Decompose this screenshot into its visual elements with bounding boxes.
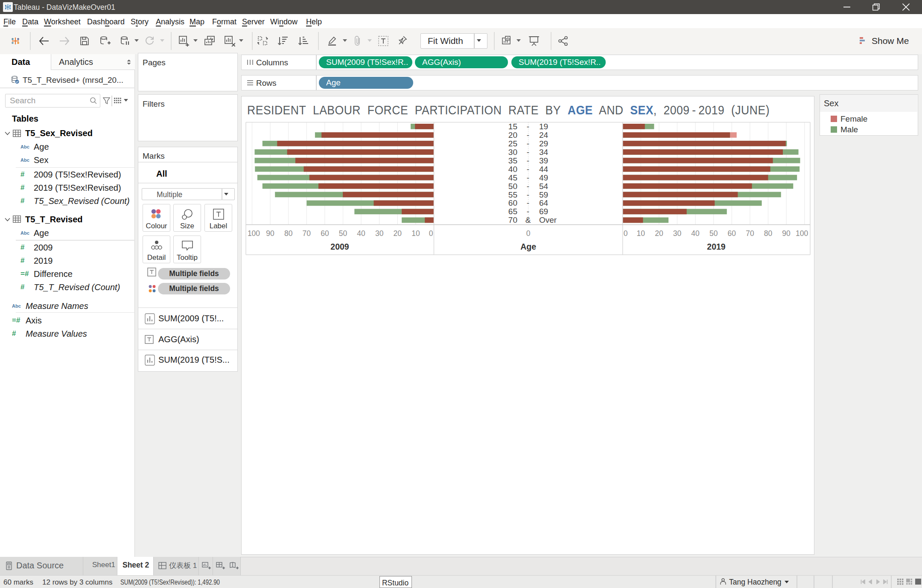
svg-text:70: 70: [508, 215, 517, 224]
svg-text:65: 65: [508, 207, 517, 216]
svg-text:30: 30: [673, 229, 682, 238]
svg-text:45: 45: [508, 173, 517, 182]
svg-text:-: -: [527, 148, 529, 157]
svg-text:-: -: [527, 122, 529, 131]
svg-text:30: 30: [375, 229, 384, 238]
svg-text:20: 20: [394, 229, 402, 238]
svg-text:-: -: [527, 156, 529, 165]
svg-text:Over: Over: [539, 215, 557, 224]
svg-text:24: 24: [539, 131, 549, 140]
svg-text:50: 50: [508, 182, 517, 191]
svg-text:80: 80: [284, 229, 293, 238]
svg-text:40: 40: [508, 165, 517, 174]
svg-text:0: 0: [526, 229, 531, 238]
svg-text:39: 39: [539, 156, 548, 165]
svg-text:-: -: [527, 173, 529, 182]
svg-text:&: &: [525, 215, 531, 224]
svg-text:40: 40: [357, 229, 365, 238]
svg-text:90: 90: [782, 229, 791, 238]
svg-text:55: 55: [508, 190, 517, 199]
svg-text:80: 80: [764, 229, 773, 238]
svg-text:70: 70: [746, 229, 754, 238]
svg-text:-: -: [527, 165, 529, 174]
svg-text:100: 100: [248, 229, 260, 238]
svg-text:40: 40: [691, 229, 700, 238]
svg-text:54: 54: [539, 182, 549, 191]
svg-text:59: 59: [539, 190, 548, 199]
svg-text:60: 60: [508, 198, 517, 207]
svg-text:69: 69: [539, 207, 548, 216]
svg-text:90: 90: [266, 229, 274, 238]
svg-text:35: 35: [508, 156, 517, 165]
svg-text:0: 0: [624, 229, 628, 238]
svg-text:70: 70: [303, 229, 311, 238]
svg-text:60: 60: [321, 229, 329, 238]
svg-text:20: 20: [655, 229, 663, 238]
svg-text:-: -: [527, 198, 529, 207]
svg-text:100: 100: [796, 229, 808, 238]
svg-text:-: -: [527, 190, 529, 199]
svg-text:-: -: [527, 131, 529, 140]
svg-text:0: 0: [429, 229, 433, 238]
svg-text:10: 10: [637, 229, 645, 238]
svg-text:15: 15: [508, 122, 517, 131]
svg-text:-: -: [527, 207, 529, 216]
svg-text:50: 50: [339, 229, 347, 238]
svg-text:20: 20: [508, 131, 517, 140]
svg-text:49: 49: [539, 173, 548, 182]
svg-text:29: 29: [539, 139, 548, 148]
svg-text:19: 19: [539, 122, 548, 131]
svg-text:-: -: [527, 139, 529, 148]
svg-text:10: 10: [411, 229, 420, 238]
svg-text:2019: 2019: [707, 242, 726, 251]
svg-text:34: 34: [539, 148, 549, 157]
svg-text:60: 60: [728, 229, 736, 238]
svg-text:44: 44: [539, 165, 549, 174]
svg-text:2009: 2009: [330, 242, 349, 251]
svg-text:25: 25: [508, 139, 517, 148]
svg-text:50: 50: [709, 229, 718, 238]
svg-text:64: 64: [539, 198, 549, 207]
svg-text:-: -: [527, 182, 529, 191]
svg-text:30: 30: [508, 148, 517, 157]
svg-text:Age: Age: [520, 242, 536, 251]
